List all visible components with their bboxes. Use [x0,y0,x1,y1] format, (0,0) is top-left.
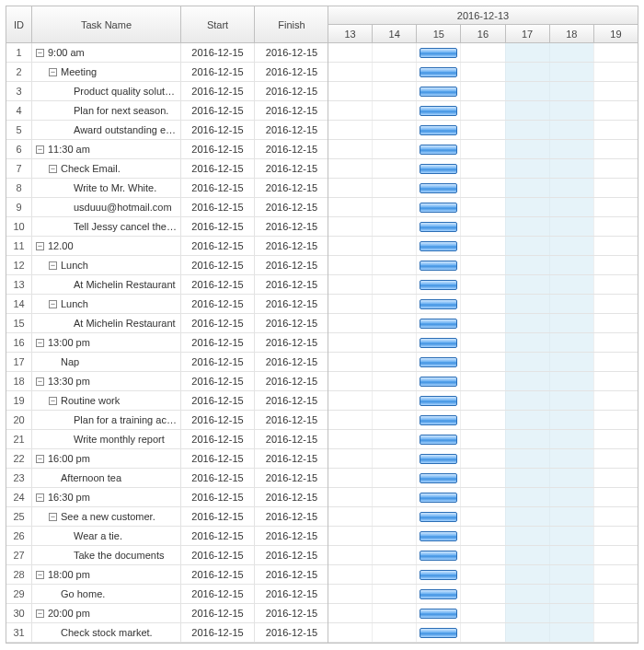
cell-id: 2 [6,63,32,81]
gantt-bar[interactable] [420,377,457,387]
cell-finish: 2016-12-15 [255,623,328,642]
gantt-bar[interactable] [420,67,457,77]
collapse-toggle-icon[interactable]: − [36,242,44,250]
table-row[interactable]: 25−See a new customer.2016-12-152016-12-… [6,507,328,527]
col-header-finish[interactable]: Finish [255,6,328,43]
collapse-toggle-icon[interactable]: − [49,300,57,308]
gantt-bar[interactable] [420,493,457,503]
gantt-bar[interactable] [420,570,457,580]
table-row[interactable]: 21Write monthly report2016-12-152016-12-… [6,430,328,449]
table-row[interactable]: 4Plan for next season.2016-12-152016-12-… [6,101,328,121]
gantt-bar[interactable] [420,435,457,445]
table-row[interactable]: 26Wear a tie.2016-12-152016-12-15 [6,527,328,546]
table-row[interactable]: 12−Lunch2016-12-152016-12-15 [6,256,328,275]
table-row[interactable]: 31Check stock market.2016-12-152016-12-1… [6,623,328,643]
task-name: Check stock market. [61,627,153,638]
table-row[interactable]: 20Plan for a training activity2016-12-15… [6,411,328,430]
task-name: Plan for a training activity [74,414,177,425]
table-row[interactable]: 8Write to Mr. White.2016-12-152016-12-15 [6,179,328,198]
gantt-bar[interactable] [420,87,457,97]
gantt-bar[interactable] [420,357,457,367]
gantt-bar[interactable] [420,551,457,561]
cell-finish: 2016-12-15 [255,43,328,62]
gantt-bar[interactable] [420,164,457,174]
collapse-toggle-icon[interactable]: − [49,165,57,173]
collapse-toggle-icon[interactable]: − [49,397,57,405]
gantt-bar[interactable] [420,261,457,271]
table-row[interactable]: 17Nap2016-12-152016-12-15 [6,353,328,372]
gantt-bar[interactable] [420,415,457,425]
collapse-toggle-icon[interactable]: − [36,455,44,463]
task-table-header: ID Task Name Start Finish [6,6,328,43]
gantt-bar[interactable] [420,145,457,155]
table-row[interactable]: 5Award outstanding employee.2016-12-1520… [6,121,328,140]
table-row[interactable]: 27Take the documents2016-12-152016-12-15 [6,546,328,565]
table-row[interactable]: 13At Michelin Restaurant2016-12-152016-1… [6,275,328,295]
collapse-toggle-icon[interactable]: − [36,493,44,502]
table-row[interactable]: 1−9:00 am2016-12-152016-12-15 [6,43,328,63]
cell-id: 18 [6,372,32,390]
gantt-bar[interactable] [420,299,457,309]
task-name: See a new customer. [61,511,155,522]
collapse-toggle-icon[interactable]: − [49,68,57,76]
gantt-bar[interactable] [420,203,457,213]
table-row[interactable]: 3Product quality solution.2016-12-152016… [6,82,328,101]
col-header-task[interactable]: Task Name [32,6,181,43]
cell-task: Plan for a training activity [32,411,181,429]
gantt-bar[interactable] [420,396,457,406]
gantt-bar[interactable] [420,512,457,522]
collapse-toggle-icon[interactable]: − [36,339,44,347]
table-row[interactable]: 30−20:00 pm2016-12-152016-12-15 [6,604,328,623]
cell-start: 2016-12-15 [181,333,255,352]
table-row[interactable]: 11−12.002016-12-152016-12-15 [6,237,328,256]
timeline-tick: 16 [461,25,505,42]
gantt-bar[interactable] [420,609,457,619]
collapse-toggle-icon[interactable]: − [36,145,44,154]
gantt-bar[interactable] [420,473,457,483]
timeline-row [328,101,638,121]
table-row[interactable]: 14−Lunch2016-12-152016-12-15 [6,295,328,314]
cell-start: 2016-12-15 [181,507,255,526]
collapse-toggle-icon[interactable]: − [36,377,44,386]
col-header-id[interactable]: ID [6,6,32,43]
table-row[interactable]: 7−Check Email.2016-12-152016-12-15 [6,159,328,179]
cell-finish: 2016-12-15 [255,430,328,448]
table-row[interactable]: 19−Routine work2016-12-152016-12-15 [6,391,328,411]
gantt-bar[interactable] [420,454,457,464]
gantt-bar[interactable] [420,280,457,290]
table-row[interactable]: 2−Meeting2016-12-152016-12-15 [6,63,328,82]
gantt-bar[interactable] [420,222,457,232]
cell-task: Take the documents [32,546,181,564]
col-header-start[interactable]: Start [181,6,255,43]
gantt-bar[interactable] [420,241,457,251]
table-row[interactable]: 16−13:00 pm2016-12-152016-12-15 [6,333,328,353]
table-row[interactable]: 29Go home.2016-12-152016-12-15 [6,585,328,604]
table-row[interactable]: 18−13:30 pm2016-12-152016-12-15 [6,372,328,391]
table-row[interactable]: 10Tell Jessy cancel the activity.2016-12… [6,217,328,237]
table-row[interactable]: 6−11:30 am2016-12-152016-12-15 [6,140,328,159]
table-row[interactable]: 23Afternoon tea2016-12-152016-12-15 [6,469,328,488]
gantt-bar[interactable] [420,125,457,135]
gantt-bar[interactable] [420,531,457,541]
cell-finish: 2016-12-15 [255,372,328,390]
table-row[interactable]: 9usduuu@hotmail.com2016-12-152016-12-15 [6,198,328,217]
collapse-toggle-icon[interactable]: − [36,571,44,579]
gantt-bar[interactable] [420,106,457,116]
table-row[interactable]: 28−18:00 pm2016-12-152016-12-15 [6,565,328,585]
gantt-bar[interactable] [420,48,457,58]
gantt-bar[interactable] [420,319,457,329]
timeline-tick: 18 [550,25,594,42]
cell-finish: 2016-12-15 [255,314,328,332]
cell-start: 2016-12-15 [181,527,255,545]
gantt-bar[interactable] [420,338,457,348]
collapse-toggle-icon[interactable]: − [36,49,44,57]
collapse-toggle-icon[interactable]: − [49,513,57,521]
collapse-toggle-icon[interactable]: − [36,609,44,618]
table-row[interactable]: 15At Michelin Restaurant2016-12-152016-1… [6,314,328,333]
gantt-bar[interactable] [420,628,457,638]
gantt-bar[interactable] [420,183,457,193]
table-row[interactable]: 24−16:30 pm2016-12-152016-12-15 [6,488,328,507]
collapse-toggle-icon[interactable]: − [49,261,57,270]
table-row[interactable]: 22−16:00 pm2016-12-152016-12-15 [6,449,328,469]
gantt-bar[interactable] [420,589,457,599]
